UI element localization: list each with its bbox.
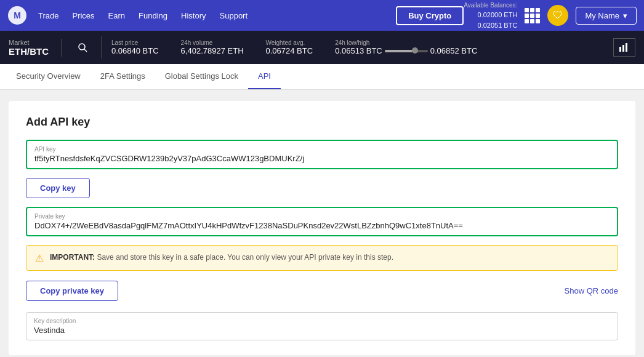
card-title: Add API key [26, 116, 618, 129]
market-label: Market [9, 39, 49, 46]
copy-private-key-button[interactable]: Copy private key [26, 281, 118, 301]
subnav-global-settings[interactable]: Global Settings Lock [155, 64, 248, 89]
main-content: Add API key API key tf5tyRTnesfdsfeKqZVC… [0, 90, 644, 357]
nav-trade[interactable]: Trade [38, 11, 58, 20]
lowhigh: 24h low/high 0.06513 BTC 0.06852 BTC [335, 39, 477, 55]
low-val: 0.06513 BTC [335, 46, 382, 55]
svg-line-3 [84, 49, 87, 52]
chart-icon[interactable] [613, 38, 635, 57]
copy-private-row: Copy private key Show QR code [26, 281, 618, 301]
warning-box: ⚠ IMPORTANT: Save and store this key in … [26, 245, 618, 271]
volume: 24h volume 6,402.78927 ETH [181, 39, 244, 55]
svg-text:M: M [14, 10, 21, 20]
svg-rect-6 [626, 43, 627, 52]
chevron-down-icon: ▾ [623, 11, 627, 20]
svg-rect-4 [619, 47, 621, 52]
subnav-security[interactable]: Security Overview [6, 64, 91, 89]
nav-funding[interactable]: Funding [139, 11, 167, 20]
warning-message: Save and store this key in a safe place.… [95, 253, 393, 262]
subnav-2fa[interactable]: 2FA Settings [91, 64, 155, 89]
key-desc-value: Vestinda [34, 326, 610, 335]
private-key-label: Private key [34, 213, 610, 220]
grid-icon[interactable] [525, 8, 540, 23]
sub-nav: Security Overview 2FA Settings Global Se… [0, 64, 644, 90]
api-key-value: tf5tyRTnesfdsfeKqZVCSGDRW1239b2yV37pAdG3… [34, 154, 610, 163]
svg-rect-5 [622, 45, 624, 52]
market-pair: ETH/BTC [9, 46, 49, 57]
search-icon[interactable] [74, 42, 91, 52]
nav-support[interactable]: Support [220, 11, 248, 20]
market-section: Market ETH/BTC [9, 39, 62, 57]
warning-icon: ⚠ [35, 252, 44, 264]
shield-icon[interactable]: 🛡 [547, 5, 568, 26]
show-qr-code-link[interactable]: Show QR code [565, 286, 618, 295]
last-price-val: 0.06840 BTC [111, 46, 159, 55]
key-desc-label: Key description [34, 318, 610, 324]
last-price: Last price 0.06840 BTC [111, 39, 159, 55]
lowhigh-label: 24h low/high [335, 39, 477, 46]
price-range-track [385, 50, 428, 52]
balances-label: Available Balances: [464, 1, 517, 10]
weighted-avg: Weighted avg. 0.06724 BTC [266, 39, 313, 55]
volume-label: 24h volume [181, 39, 244, 46]
volume-val: 6,402.78927 ETH [181, 46, 244, 55]
warning-bold: IMPORTANT: [50, 253, 95, 262]
market-bar: Market ETH/BTC Last price 0.06840 BTC 24… [0, 31, 644, 64]
balance-btc: 0.02051 BTC [464, 20, 517, 31]
weighted-label: Weighted avg. [266, 39, 313, 46]
nav-links: Trade Prices Earn Funding History Suppor… [38, 11, 396, 20]
warning-text: IMPORTANT: Save and store this key in a … [50, 252, 393, 263]
key-description-field: Key description Vestinda [26, 312, 618, 340]
nav-history[interactable]: History [181, 11, 206, 20]
lowhigh-bar: 0.06513 BTC 0.06852 BTC [335, 46, 477, 55]
nav-right: Available Balances: 0.02000 ETH 0.02051 … [464, 1, 637, 30]
subnav-api[interactable]: API [248, 64, 281, 89]
weighted-val: 0.06724 BTC [266, 46, 313, 55]
add-api-key-card: Add API key API key tf5tyRTnesfdsfeKqZVC… [9, 101, 635, 355]
top-nav: M Trade Prices Earn Funding History Supp… [0, 0, 644, 31]
nav-earn[interactable]: Earn [108, 11, 125, 20]
my-name-button[interactable]: My Name ▾ [576, 7, 637, 25]
last-price-label: Last price [111, 39, 159, 46]
balances: Available Balances: 0.02000 ETH 0.02051 … [464, 1, 517, 30]
nav-prices[interactable]: Prices [72, 11, 94, 20]
svg-point-2 [79, 44, 85, 50]
api-key-field: API key tf5tyRTnesfdsfeKqZVCSGDRW1239b2y… [26, 140, 618, 169]
logo-icon: M [7, 6, 27, 25]
copy-key-button[interactable]: Copy key [26, 178, 90, 198]
price-section: Last price 0.06840 BTC 24h volume 6,402.… [111, 39, 613, 55]
private-key-field: Private key DdOX74+/2WeEBdV8asdaPgqlFMZ7… [26, 207, 618, 236]
buy-crypto-button[interactable]: Buy Crypto [396, 6, 464, 25]
private-key-value: DdOX74+/2WeEBdV8asdaPgqlFMZ7mAOttxIYU4kH… [34, 221, 610, 230]
balance-eth: 0.02000 ETH [464, 10, 517, 20]
api-key-label: API key [34, 146, 610, 153]
high-val: 0.06852 BTC [430, 46, 478, 55]
